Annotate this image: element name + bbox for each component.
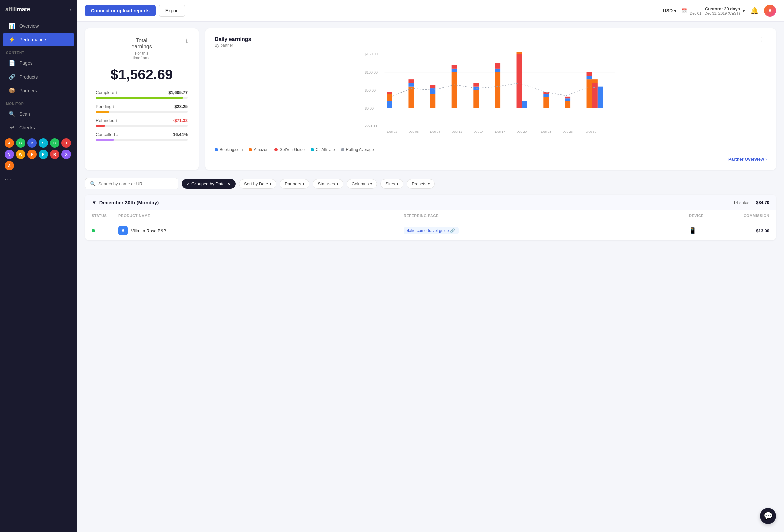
- svg-rect-30: [522, 101, 527, 108]
- grouped-by-date-chip[interactable]: ✓ Grouped by Date ✕: [182, 179, 235, 189]
- partner-icon-booking[interactable]: B: [27, 138, 37, 148]
- date-range-picker[interactable]: 📅 Custom: 30 days Dec 01 - Dec 31, 2019 …: [682, 6, 745, 16]
- sidebar-item-performance[interactable]: ⚡ Performance: [3, 33, 74, 46]
- svg-rect-20: [452, 68, 457, 72]
- group-stats: 14 sales $84.70: [733, 200, 769, 205]
- partner-icon-amazon[interactable]: A: [5, 138, 14, 148]
- overview-icon: 📊: [9, 23, 16, 29]
- sidebar-item-checks[interactable]: ↩ Checks: [3, 121, 74, 134]
- partner-icon-f[interactable]: F: [27, 150, 37, 159]
- chart-area: $150.00 $100.00 $50.00 $0.00 -$50.00: [215, 51, 766, 144]
- group-label[interactable]: ▼ December 30th (Monday): [91, 199, 159, 205]
- search-input[interactable]: [98, 181, 173, 187]
- partner-icon-p[interactable]: P: [39, 150, 48, 159]
- chat-icon: 💬: [764, 512, 773, 520]
- partner-icon-skyscanner[interactable]: S: [39, 138, 48, 148]
- partner-icon-google[interactable]: G: [16, 138, 25, 148]
- pending-info-icon[interactable]: ℹ: [113, 104, 114, 109]
- columns-chip[interactable]: Columns ▾: [346, 179, 377, 189]
- sort-by-date-label: Sort by Date: [244, 181, 268, 187]
- svg-rect-22: [473, 90, 479, 108]
- partner-icon-w[interactable]: W: [16, 150, 25, 159]
- currency-label: USD: [663, 8, 673, 13]
- metric-complete-label: Complete ℹ: [95, 90, 117, 95]
- chat-bubble-button[interactable]: 💬: [760, 508, 776, 524]
- currency-selector[interactable]: USD ▾: [663, 8, 677, 13]
- sidebar-item-label: Performance: [19, 37, 46, 43]
- partner-overview-anchor[interactable]: Partner Overview ›: [728, 157, 766, 162]
- svg-rect-38: [587, 76, 592, 79]
- svg-text:Dec 02: Dec 02: [387, 130, 397, 133]
- svg-rect-39: [587, 72, 592, 76]
- svg-text:Dec 23: Dec 23: [541, 130, 552, 133]
- product-icon-booking: B: [118, 226, 128, 235]
- partner-icon-r[interactable]: R: [50, 150, 59, 159]
- logo-area: affilimate ‹: [0, 0, 77, 19]
- chart-legend: Booking.com Amazon GetYourGuide CJ Affil…: [215, 147, 766, 152]
- sidebar-item-products[interactable]: 🔗 Products: [3, 70, 74, 83]
- earnings-card-subtitle: For this timeframe: [126, 51, 157, 60]
- presets-chip[interactable]: Presets ▾: [407, 179, 435, 189]
- partner-icon-amazon2[interactable]: A: [5, 161, 14, 170]
- earnings-info-icon[interactable]: ℹ: [186, 38, 188, 44]
- table-row: B Villa La Rosa B&B /lake-como-travel-gu…: [85, 221, 776, 240]
- sidebar-item-pages[interactable]: 📄 Pages: [3, 56, 74, 69]
- cancelled-info-icon[interactable]: ℹ: [116, 132, 118, 137]
- export-button[interactable]: Export: [159, 5, 185, 17]
- more-partners-button[interactable]: ···: [0, 174, 77, 184]
- svg-rect-17: [430, 88, 436, 93]
- partner-icons-grid: A G B S C T V W F P R X A: [0, 134, 77, 174]
- search-box[interactable]: 🔍: [85, 178, 178, 190]
- sites-chip[interactable]: Sites ▾: [380, 179, 403, 189]
- row-status: [91, 229, 118, 232]
- metric-cancelled-label: Cancelled ℹ: [95, 132, 118, 137]
- group-amount: $84.70: [756, 200, 769, 205]
- sidebar-item-label: Partners: [19, 88, 37, 93]
- sidebar-item-overview[interactable]: 📊 Overview: [3, 19, 74, 32]
- metric-pending: Pending ℹ $28.25: [95, 104, 188, 109]
- sidebar-item-partners[interactable]: 📦 Partners: [3, 84, 74, 97]
- sidebar-item-label: Pages: [19, 60, 33, 66]
- sidebar-item-label: Scan: [19, 111, 30, 117]
- calendar-icon: 📅: [682, 8, 687, 13]
- statuses-chip[interactable]: Statuses ▾: [313, 179, 343, 189]
- chart-card: Daily earnings By partner ⛶ $150.00 $100…: [205, 28, 776, 170]
- ref-page-badge[interactable]: /lake-como-travel-guide 🔗: [404, 227, 458, 234]
- refunded-info-icon[interactable]: ℹ: [116, 118, 117, 123]
- partner-icon-tripadvisor[interactable]: T: [61, 138, 71, 148]
- monitor-section-label: MONITOR: [0, 97, 77, 107]
- product-name: Villa La Rosa B&B: [131, 228, 166, 233]
- sidebar-item-label: Overview: [19, 23, 39, 29]
- notification-icon[interactable]: 🔔: [750, 7, 759, 15]
- sites-arrow: ▾: [397, 182, 398, 186]
- partners-chip[interactable]: Partners ▾: [280, 179, 309, 189]
- more-filters-icon[interactable]: ⋮: [438, 180, 444, 188]
- complete-info-icon[interactable]: ℹ: [116, 90, 117, 94]
- sort-by-date-arrow: ▾: [270, 182, 271, 186]
- topbar-right: USD ▾ 📅 Custom: 30 days Dec 01 - Dec 31,…: [663, 5, 776, 17]
- filters-row: 🔍 ✓ Grouped by Date ✕ Sort by Date ▾ Par…: [85, 178, 776, 190]
- header-referring-page: Referring Page: [404, 214, 689, 218]
- partner-icon-x[interactable]: X: [61, 150, 71, 159]
- connect-upload-button[interactable]: Connect or upload reports: [85, 5, 156, 17]
- svg-rect-25: [495, 72, 500, 108]
- columns-label: Columns: [352, 181, 369, 187]
- metric-complete: Complete ℹ $1,605.77: [95, 90, 188, 95]
- collapse-button[interactable]: ‹: [70, 7, 72, 13]
- sites-label: Sites: [385, 181, 395, 187]
- svg-rect-16: [430, 93, 436, 108]
- svg-rect-18: [430, 85, 436, 88]
- metric-complete-value: $1,605.77: [168, 90, 188, 95]
- table-header: Status Product name Referring Page Devic…: [85, 210, 776, 221]
- svg-rect-41: [592, 79, 597, 83]
- svg-rect-19: [452, 72, 457, 108]
- chart-expand-icon[interactable]: ⛶: [761, 36, 766, 44]
- grouped-by-date-remove[interactable]: ✕: [227, 181, 231, 187]
- svg-rect-14: [409, 83, 414, 87]
- sort-by-date-chip[interactable]: Sort by Date ▾: [239, 179, 276, 189]
- svg-rect-27: [495, 63, 500, 68]
- partner-icon-cj[interactable]: C: [50, 138, 59, 148]
- sidebar-item-scan[interactable]: 🔍 Scan: [3, 107, 74, 120]
- partner-icon-viator[interactable]: V: [5, 150, 14, 159]
- avatar[interactable]: A: [764, 5, 776, 17]
